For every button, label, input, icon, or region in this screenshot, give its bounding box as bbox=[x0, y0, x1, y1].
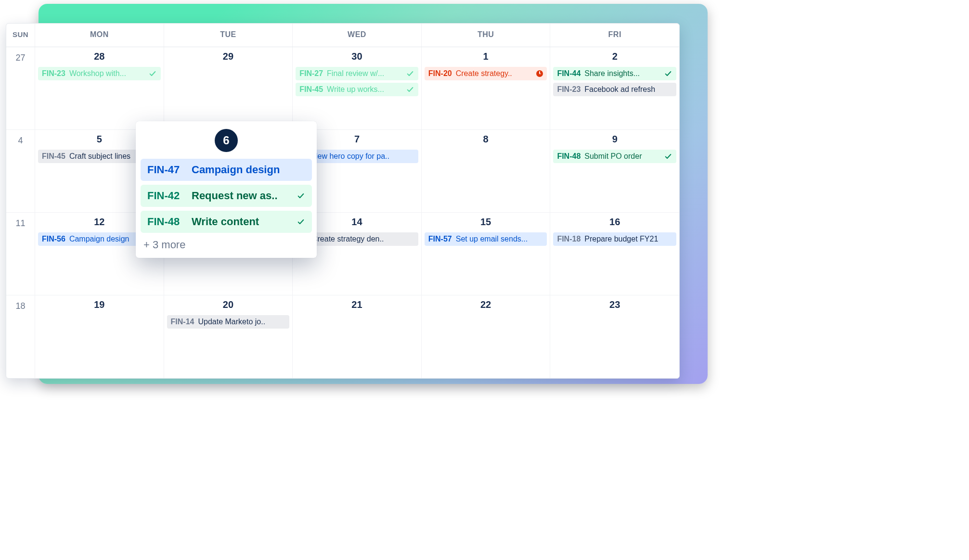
gradient-backdrop bbox=[39, 4, 708, 19]
